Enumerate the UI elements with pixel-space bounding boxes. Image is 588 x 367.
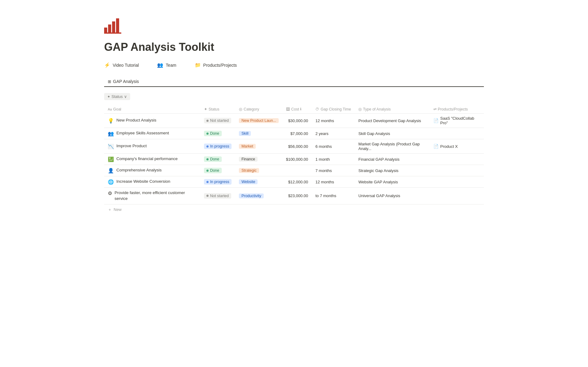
nav-links: ⚡ Video Tutorial 👥 Team 📁 Products/Proje… xyxy=(104,62,484,68)
product-link[interactable]: 📄Product X xyxy=(433,144,480,149)
goal-icon: 👤 xyxy=(108,168,114,174)
status-badge: Done xyxy=(204,168,222,173)
cell-cost: $100,000.00 xyxy=(282,154,312,165)
table-row[interactable]: 📉Improve ProductIn progressMarket$56,000… xyxy=(104,139,484,154)
cell-type-of-analysis: Skill Gap Analysis xyxy=(355,128,429,139)
svg-rect-3 xyxy=(116,18,119,34)
cell-type-of-analysis: Strategic Gap Analysis xyxy=(355,165,429,176)
col-type-of-analysis: ◎ Type of Analysis xyxy=(355,105,429,114)
table-row[interactable]: 💹Company's financial performanceDoneFina… xyxy=(104,154,484,165)
goal-icon: 📉 xyxy=(108,144,114,149)
cell-products-projects: 📄SaaS "CloudCollab Pro" xyxy=(430,114,484,128)
cell-gap-closing-time: 7 months xyxy=(312,165,355,176)
folder-icon: 📁 xyxy=(195,62,201,68)
nav-products-projects[interactable]: 📁 Products/Projects xyxy=(195,62,237,68)
data-table: Aa Goal ✦ Status ◎ Category xyxy=(104,105,484,215)
cell-products-projects xyxy=(430,176,484,188)
table-row[interactable]: 💡New Product AnalysisNot startedNew Prod… xyxy=(104,114,484,128)
category-badge: Strategic xyxy=(239,168,259,173)
status-dot xyxy=(206,145,209,148)
page-container: GAP Analysis Toolkit ⚡ Video Tutorial 👥 … xyxy=(80,0,508,239)
svg-rect-4 xyxy=(104,32,121,34)
team-icon: 👥 xyxy=(157,62,163,68)
add-row-label: New xyxy=(114,207,122,212)
table-row[interactable]: ⚙Provide faster, more efficient customer… xyxy=(104,188,484,204)
table-row[interactable]: 👤Comprehensive AnalysisDoneStrategic7 mo… xyxy=(104,165,484,176)
cell-status: In progress xyxy=(200,139,236,154)
status-badge: Not started xyxy=(204,193,231,199)
cell-goal: 👤Comprehensive Analysis xyxy=(104,165,200,176)
cell-cost xyxy=(282,165,312,176)
status-dot xyxy=(206,120,209,122)
cell-status: Not started xyxy=(200,114,236,128)
status-dot xyxy=(206,181,209,183)
col-products-projects: ⇌ Products/Projects xyxy=(430,105,484,114)
category-badge: Productivity xyxy=(239,193,264,198)
cell-goal: 💹Company's financial performance xyxy=(104,154,200,165)
goal-text: Provide faster, more efficient customer … xyxy=(115,190,197,202)
cell-cost: $30,000.00 xyxy=(282,114,312,128)
chevron-down-icon: ∨ xyxy=(124,94,127,99)
cell-category: Strategic xyxy=(235,165,282,176)
tab-gap-analysis[interactable]: ⊞ GAP Analysis xyxy=(104,77,143,87)
category-badge: Market xyxy=(239,144,255,149)
goal-text: Comprehensive Analysis xyxy=(116,167,162,173)
nav-team-label: Team xyxy=(166,63,176,68)
status-dot xyxy=(206,158,209,160)
col-gap-closing-time: ⏱ Gap Closing Time xyxy=(312,105,355,114)
table-row[interactable]: 👥Employee Skills AssessmentDoneSkill$7,0… xyxy=(104,128,484,139)
col-status: ✦ Status xyxy=(200,105,236,114)
tab-gap-analysis-label: GAP Analysis xyxy=(113,79,139,84)
cell-goal: 📉Improve Product xyxy=(104,139,200,154)
cell-gap-closing-time: 12 months xyxy=(312,114,355,128)
page-title: GAP Analysis Toolkit xyxy=(104,41,484,54)
goal-text: Company's financial performance xyxy=(116,156,178,162)
status-dot xyxy=(206,170,209,172)
goal-text: Increase Website Conversion xyxy=(116,179,170,185)
cell-goal: 🌐Increase Website Conversion xyxy=(104,176,200,188)
cell-status: Done xyxy=(200,154,236,165)
product-link-text: Product X xyxy=(440,144,458,149)
product-link[interactable]: 📄SaaS "CloudCollab Pro" xyxy=(433,116,480,125)
nav-video-tutorial[interactable]: ⚡ Video Tutorial xyxy=(104,62,139,68)
col-category: ◎ Category xyxy=(235,105,282,114)
nav-video-tutorial-label: Video Tutorial xyxy=(113,63,139,68)
svg-rect-2 xyxy=(112,21,115,34)
cell-status: In progress xyxy=(200,176,236,188)
category-badge: Website xyxy=(239,179,258,184)
cell-goal: 💡New Product Analysis xyxy=(104,114,200,128)
cell-products-projects xyxy=(430,188,484,204)
col-goal: Aa Goal xyxy=(104,105,200,114)
col-time-icon: ⏱ xyxy=(315,107,319,111)
col-type-icon: ◎ xyxy=(358,107,362,111)
document-icon: 📄 xyxy=(433,144,439,149)
goal-icon: ⚙ xyxy=(108,190,112,196)
goal-text: New Product Analysis xyxy=(116,118,156,123)
cell-goal: 👥Employee Skills Assessment xyxy=(104,128,200,139)
cell-type-of-analysis: Market Gap Analysis (Product Gap Analy..… xyxy=(355,139,429,154)
status-badge: Done xyxy=(204,156,222,162)
nav-team[interactable]: 👥 Team xyxy=(157,62,176,68)
category-badge: Finance xyxy=(239,157,257,162)
lightning-icon: ⚡ xyxy=(104,62,110,68)
col-goal-icon: Aa xyxy=(108,107,112,111)
col-products-icon: ⇌ xyxy=(433,107,437,111)
table-row[interactable]: 🌐Increase Website ConversionIn progressW… xyxy=(104,176,484,188)
cell-category: New Product Laun... xyxy=(235,114,282,128)
cell-type-of-analysis: Website GAP Analysis xyxy=(355,176,429,188)
goal-text: Employee Skills Assessment xyxy=(116,130,169,136)
cell-category: Skill xyxy=(235,128,282,139)
goal-icon: 🌐 xyxy=(108,179,114,185)
status-filter-button[interactable]: ✦ Status ∨ xyxy=(104,93,130,100)
cell-cost: $56,000.00 xyxy=(282,139,312,154)
cell-category: Productivity xyxy=(235,188,282,204)
col-status-icon: ✦ xyxy=(204,107,207,111)
cell-gap-closing-time: 12 months xyxy=(312,176,355,188)
add-new-row[interactable]: ＋ New xyxy=(104,204,484,215)
cell-type-of-analysis: Universal GAP Analysis xyxy=(355,188,429,204)
cell-status: Not started xyxy=(200,188,236,204)
cell-category: Finance xyxy=(235,154,282,165)
table-header-row: Aa Goal ✦ Status ◎ Category xyxy=(104,105,484,114)
col-cost-icon: 🖼 xyxy=(286,107,290,111)
cell-products-projects xyxy=(430,154,484,165)
